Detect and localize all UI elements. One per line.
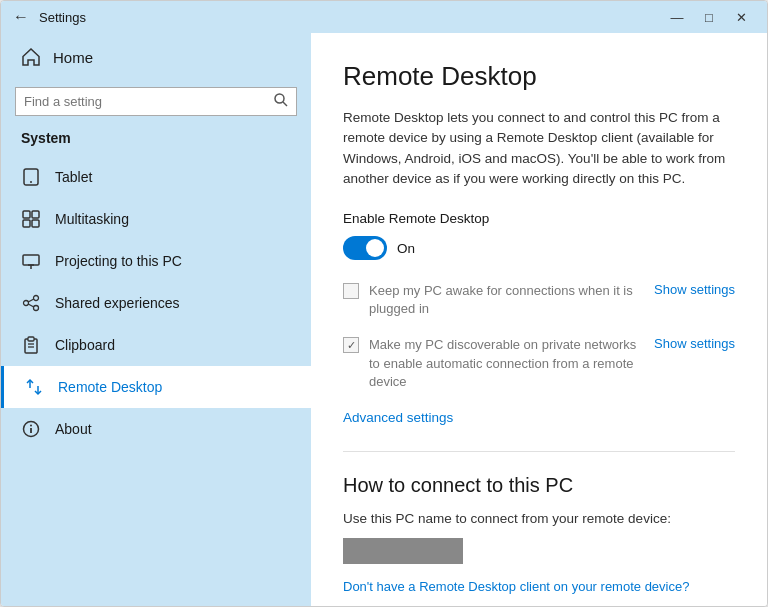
option2-text-area: Make my PC discoverable on private netwo… (369, 336, 644, 391)
page-description: Remote Desktop lets you connect to and c… (343, 108, 735, 189)
svg-rect-17 (28, 337, 34, 341)
svg-point-13 (34, 306, 39, 311)
tablet-icon (21, 167, 41, 187)
title-bar: ← Settings — □ ✕ (1, 1, 767, 33)
toggle-state-label: On (397, 241, 415, 256)
option1-show-settings-link[interactable]: Show settings (654, 282, 735, 297)
sidebar: Home System (1, 33, 311, 606)
remote-label: Remote Desktop (58, 379, 162, 395)
svg-line-1 (283, 102, 287, 106)
sidebar-item-projecting[interactable]: Projecting to this PC (1, 240, 311, 282)
home-icon (21, 47, 41, 67)
sidebar-home[interactable]: Home (1, 33, 311, 81)
enable-label: Enable Remote Desktop (343, 211, 735, 226)
option2-row: Make my PC discoverable on private netwo… (343, 336, 735, 391)
option1-text-area: Keep my PC awake for connections when it… (369, 282, 644, 318)
svg-line-14 (28, 299, 34, 302)
svg-line-15 (28, 304, 34, 307)
sidebar-item-shared[interactable]: Shared experiences (1, 282, 311, 324)
about-icon (21, 419, 41, 439)
option1-checkbox[interactable] (343, 283, 359, 299)
option1-row: Keep my PC awake for connections when it… (343, 282, 735, 318)
svg-point-3 (30, 181, 32, 183)
option2-text: Make my PC discoverable on private netwo… (369, 337, 636, 388)
sidebar-item-tablet[interactable]: Tablet (1, 156, 311, 198)
title-bar-left: ← Settings (13, 8, 86, 26)
sidebar-item-remote[interactable]: Remote Desktop (1, 366, 311, 408)
svg-rect-4 (23, 211, 30, 218)
option2-checkbox[interactable] (343, 337, 359, 353)
projecting-icon (21, 251, 41, 271)
minimize-button[interactable]: — (663, 7, 691, 27)
shared-label: Shared experiences (55, 295, 180, 311)
toggle-knob (366, 239, 384, 257)
page-title: Remote Desktop (343, 61, 735, 92)
sidebar-item-clipboard[interactable]: Clipboard (1, 324, 311, 366)
search-icon (274, 93, 288, 110)
multitasking-icon (21, 209, 41, 229)
clipboard-icon (21, 335, 41, 355)
window-title: Settings (39, 10, 86, 25)
advanced-settings-link[interactable]: Advanced settings (343, 410, 453, 425)
option2-show-settings-link[interactable]: Show settings (654, 336, 735, 351)
search-box[interactable] (15, 87, 297, 116)
content-area: Home System (1, 33, 767, 606)
how-description: Use this PC name to connect from your re… (343, 511, 735, 526)
remote-desktop-toggle[interactable] (343, 236, 387, 260)
home-label: Home (53, 49, 93, 66)
about-label: About (55, 421, 92, 437)
toggle-row: On (343, 236, 735, 260)
search-input[interactable] (24, 94, 268, 109)
svg-rect-6 (23, 220, 30, 227)
svg-point-12 (24, 301, 29, 306)
no-client-link[interactable]: Don't have a Remote Desktop client on yo… (343, 579, 689, 594)
remote-icon (24, 377, 44, 397)
multitasking-label: Multitasking (55, 211, 129, 227)
maximize-button[interactable]: □ (695, 7, 723, 27)
svg-point-24 (30, 425, 32, 427)
shared-icon (21, 293, 41, 313)
sidebar-item-multitasking[interactable]: Multitasking (1, 198, 311, 240)
clipboard-label: Clipboard (55, 337, 115, 353)
how-title: How to connect to this PC (343, 474, 735, 497)
title-bar-controls: — □ ✕ (663, 7, 755, 27)
svg-point-0 (275, 94, 284, 103)
divider (343, 451, 735, 452)
option1-text: Keep my PC awake for connections when it… (369, 283, 633, 316)
svg-point-11 (34, 296, 39, 301)
svg-rect-8 (23, 255, 39, 265)
projecting-label: Projecting to this PC (55, 253, 182, 269)
close-button[interactable]: ✕ (727, 7, 755, 27)
sidebar-item-about[interactable]: About (1, 408, 311, 450)
settings-window: ← Settings — □ ✕ Home (0, 0, 768, 607)
svg-rect-7 (32, 220, 39, 227)
tablet-label: Tablet (55, 169, 92, 185)
pc-name-box (343, 538, 463, 564)
main-content: Remote Desktop Remote Desktop lets you c… (311, 33, 767, 606)
svg-rect-5 (32, 211, 39, 218)
back-button[interactable]: ← (13, 8, 29, 26)
system-label: System (1, 126, 311, 156)
